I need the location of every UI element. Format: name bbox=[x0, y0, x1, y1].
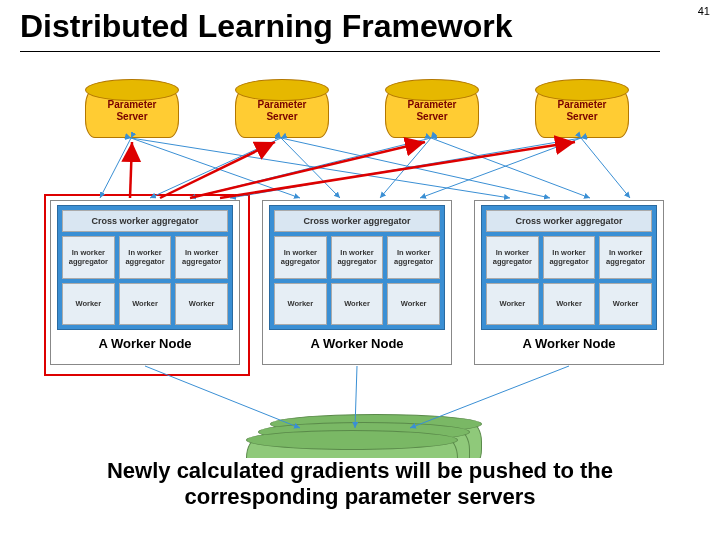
parameter-server-1: ParameterServer bbox=[85, 88, 179, 138]
svg-line-11 bbox=[581, 138, 630, 198]
worker-cell: Worker bbox=[387, 283, 440, 326]
svg-line-14 bbox=[190, 142, 425, 198]
worker-cell: Worker bbox=[274, 283, 327, 326]
svg-line-5 bbox=[281, 138, 550, 198]
cross-worker-aggregator: Cross worker aggregator bbox=[274, 210, 440, 232]
in-worker-aggregator: In worker aggregator bbox=[119, 236, 172, 279]
in-worker-aggregator: In worker aggregator bbox=[175, 236, 228, 279]
worker-cell: Worker bbox=[119, 283, 172, 326]
page-number: 41 bbox=[698, 5, 710, 17]
worker-node-inner: Cross worker aggregator In worker aggreg… bbox=[481, 205, 657, 330]
in-worker-aggregator: In worker aggregator bbox=[274, 236, 327, 279]
in-worker-aggregator: In worker aggregator bbox=[599, 236, 652, 279]
svg-line-3 bbox=[150, 138, 281, 198]
worker-row: Worker Worker Worker bbox=[274, 283, 440, 326]
in-worker-aggregator: In worker aggregator bbox=[62, 236, 115, 279]
parameter-server-3: ParameterServer bbox=[385, 88, 479, 138]
svg-line-4 bbox=[281, 138, 340, 198]
worker-node-inner: Cross worker aggregator In worker aggreg… bbox=[269, 205, 445, 330]
cross-worker-aggregator: Cross worker aggregator bbox=[62, 210, 228, 232]
svg-line-7 bbox=[380, 138, 431, 198]
in-worker-aggregator: In worker aggregator bbox=[543, 236, 596, 279]
worker-node-2: Cross worker aggregator In worker aggreg… bbox=[262, 200, 452, 365]
worker-node-3: Cross worker aggregator In worker aggreg… bbox=[474, 200, 664, 365]
worker-node-caption: A Worker Node bbox=[481, 336, 657, 351]
in-worker-aggregator: In worker aggregator bbox=[387, 236, 440, 279]
svg-line-15 bbox=[220, 142, 575, 198]
slide-title: Distributed Learning Framework bbox=[20, 8, 660, 52]
svg-line-0 bbox=[100, 138, 131, 198]
parameter-server-4: ParameterServer bbox=[535, 88, 629, 138]
cross-worker-aggregator: Cross worker aggregator bbox=[486, 210, 652, 232]
svg-line-16 bbox=[145, 366, 300, 428]
worker-cell: Worker bbox=[486, 283, 539, 326]
worker-cell: Worker bbox=[62, 283, 115, 326]
svg-line-8 bbox=[431, 138, 590, 198]
svg-line-13 bbox=[160, 142, 275, 198]
parameter-server-label: ParameterServer bbox=[86, 99, 178, 123]
explanation-caption: Newly calculated gradients will be pushe… bbox=[30, 458, 690, 510]
in-worker-row: In worker aggregator In worker aggregato… bbox=[62, 236, 228, 279]
worker-cell: Worker bbox=[175, 283, 228, 326]
parameter-server-label: ParameterServer bbox=[236, 99, 328, 123]
svg-line-2 bbox=[131, 138, 510, 198]
svg-line-1 bbox=[131, 138, 300, 198]
in-worker-aggregator: In worker aggregator bbox=[331, 236, 384, 279]
worker-cell: Worker bbox=[543, 283, 596, 326]
worker-row: Worker Worker Worker bbox=[62, 283, 228, 326]
worker-node-caption: A Worker Node bbox=[269, 336, 445, 351]
svg-line-12 bbox=[130, 142, 132, 198]
in-worker-row: In worker aggregator In worker aggregato… bbox=[486, 236, 652, 279]
svg-line-10 bbox=[420, 138, 581, 198]
worker-cell: Worker bbox=[331, 283, 384, 326]
parameter-server-2: ParameterServer bbox=[235, 88, 329, 138]
worker-node-caption: A Worker Node bbox=[57, 336, 233, 351]
svg-line-9 bbox=[230, 138, 581, 198]
worker-cell: Worker bbox=[599, 283, 652, 326]
parameter-server-label: ParameterServer bbox=[536, 99, 628, 123]
worker-row: Worker Worker Worker bbox=[486, 283, 652, 326]
worker-node-inner: Cross worker aggregator In worker aggreg… bbox=[57, 205, 233, 330]
in-worker-aggregator: In worker aggregator bbox=[486, 236, 539, 279]
in-worker-row: In worker aggregator In worker aggregato… bbox=[274, 236, 440, 279]
worker-node-1: Cross worker aggregator In worker aggreg… bbox=[50, 200, 240, 365]
svg-line-6 bbox=[190, 138, 431, 198]
parameter-server-label: ParameterServer bbox=[386, 99, 478, 123]
architecture-diagram: ParameterServer ParameterServer Paramete… bbox=[40, 70, 680, 450]
